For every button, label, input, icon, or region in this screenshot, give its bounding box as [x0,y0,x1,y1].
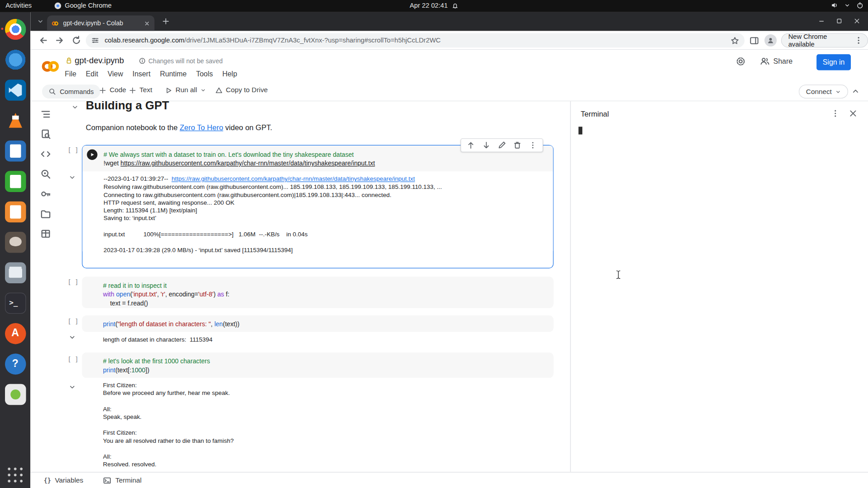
plus-icon [129,87,136,94]
volume-icon [831,2,838,9]
terminal-menu-kebab-icon[interactable] [831,109,840,118]
text-line: --2023-01-17 01:39:27-- https://raw.gith… [104,175,553,183]
sign-in-button[interactable]: Sign in [816,54,851,70]
forward-icon[interactable] [55,35,65,45]
new-tab-icon[interactable] [162,18,170,25]
dock-icon-extra[interactable] [5,384,26,405]
text-line: Saving to: ‘input.txt’ [104,214,553,222]
dock-icon-chrome[interactable] [5,19,26,40]
code-editor[interactable]: # read it in to inspect itwith open('inp… [82,277,553,308]
site-settings-icon[interactable] [91,37,99,44]
bookmark-star-icon[interactable] [731,36,739,44]
dock-icon-files[interactable] [5,262,26,283]
dock-icon-impress[interactable] [5,202,26,223]
link[interactable]: https://raw.githubusercontent.com/karpat… [121,160,375,167]
copy-to-drive-button[interactable]: Copy to Drive [215,86,268,94]
dock-icon-calc[interactable] [5,171,26,192]
terminal-close-icon[interactable] [849,109,858,118]
notebook-scroll-area[interactable]: Building a GPT Companion notebook to the… [61,101,571,472]
section-collapse-chevron-icon[interactable] [71,103,79,111]
dock-icon-gimp[interactable] [5,232,26,253]
output-collapse-chevron-icon[interactable] [69,174,76,181]
code-snippets-icon[interactable] [40,149,51,159]
commands-button[interactable]: Commands [42,84,100,99]
cell-gutter-tag[interactable]: [ ] [67,318,78,325]
activities-button[interactable]: Activities [5,2,32,9]
text-line: length of dataset in characters: 1115394 [103,335,554,343]
add-code-button[interactable]: Code [99,86,126,94]
more-vert-kebab-icon[interactable] [528,141,537,149]
reload-icon[interactable] [71,35,81,45]
notebook-title[interactable]: gpt-dev.ipynb [75,55,124,65]
text-line: First Citizen: [103,429,554,437]
edit-pencil-icon[interactable] [498,141,506,149]
move-cell-up-icon[interactable] [467,141,475,149]
collapse-header-chevron-icon[interactable] [851,87,859,95]
secrets-key-icon[interactable] [40,189,51,199]
grid-table-icon[interactable] [40,229,51,239]
variables-button[interactable]: {} Variables [44,476,83,484]
output-collapse-chevron-icon[interactable] [69,384,76,391]
browser-toolbar: colab.research.google.com/drive/1JMLa53H… [30,31,868,50]
token: Resolved. resolved. [103,461,156,468]
add-text-button[interactable]: Text [129,86,152,94]
dock-icon-writer[interactable] [5,141,26,162]
dock-icon-vscode[interactable] [5,80,26,101]
delete-trash-icon[interactable] [513,141,521,149]
dock-icon-software[interactable] [5,323,26,344]
cell-gutter-tag[interactable]: [ ] [67,279,78,286]
clock-menu[interactable]: Apr 22 02:41 [410,2,458,9]
window-close-icon[interactable] [854,18,860,24]
browser-window: gpt-dev.ipynb - Colab colab.research.goo… [30,12,868,488]
window-minimize-icon[interactable] [818,18,825,24]
output-collapse-chevron-icon[interactable] [69,333,76,341]
run-all-button[interactable]: Run all [165,86,206,94]
window-maximize-icon[interactable] [836,18,843,24]
browser-menu-kebab-icon[interactable] [854,36,863,45]
move-cell-down-icon[interactable] [482,141,491,149]
link[interactable]: https://raw.githubusercontent.com/karpat… [171,175,415,182]
dock-icon-help[interactable] [5,353,26,375]
system-tray[interactable] [831,2,863,9]
menu-edit[interactable]: Edit [86,70,98,78]
back-icon[interactable] [38,35,48,45]
tab-search-chevron-icon[interactable] [37,18,44,25]
token: 'r' [160,291,165,298]
menu-view[interactable]: View [108,70,123,78]
terminal-button[interactable]: Terminal [103,476,142,484]
side-panel-icon[interactable] [750,36,759,46]
variable-inspector-icon[interactable] [40,169,51,179]
address-bar[interactable]: colab.research.google.com/drive/1JMLa53H… [86,33,745,47]
colab-logo [40,57,60,76]
tab-close-icon[interactable] [144,20,150,26]
code-editor[interactable]: # let's look at the first 1000 character… [82,352,553,378]
cell-gutter-tag[interactable]: [ ] [67,146,78,154]
find-replace-icon[interactable] [40,129,51,139]
dock-icon-terminal-app[interactable] [5,293,26,314]
zero-to-hero-link[interactable]: Zero To Hero [180,123,223,131]
menu-runtime[interactable]: Runtime [160,70,187,78]
show-applications-button[interactable] [6,466,24,484]
connect-button[interactable]: Connect [799,84,848,99]
table-of-contents-icon[interactable] [40,109,51,119]
menu-insert[interactable]: Insert [132,70,151,78]
files-folder-icon[interactable] [40,209,51,219]
dock-icon-blue-app[interactable] [5,49,26,70]
menu-help[interactable]: Help [222,70,237,78]
markdown-heading: Building a GPT [86,101,169,112]
run-cell-button[interactable] [87,150,97,160]
bottom-status-bar: {} Variables Terminal [30,472,868,488]
text-line: 2023-01-17 01:39:28 (29.0 MB/s) - ‘input… [104,246,553,254]
cell-gutter-tag[interactable]: [ ] [67,356,78,363]
profile-avatar[interactable] [764,34,777,47]
menu-tools[interactable]: Tools [196,70,213,78]
code-editor[interactable]: print("length of dataset in characters: … [82,315,553,332]
dock-icon-vlc[interactable] [5,110,26,131]
share-button[interactable]: Share [760,56,793,66]
text-line: print("length of dataset in characters: … [103,320,554,329]
settings-gear-icon[interactable] [736,56,745,66]
browser-tab[interactable]: gpt-dev.ipynb - Colab [47,15,155,31]
search-icon [49,88,56,95]
menu-file[interactable]: File [65,70,76,78]
cell-output: length of dataset in characters: 1115394 [82,332,553,343]
